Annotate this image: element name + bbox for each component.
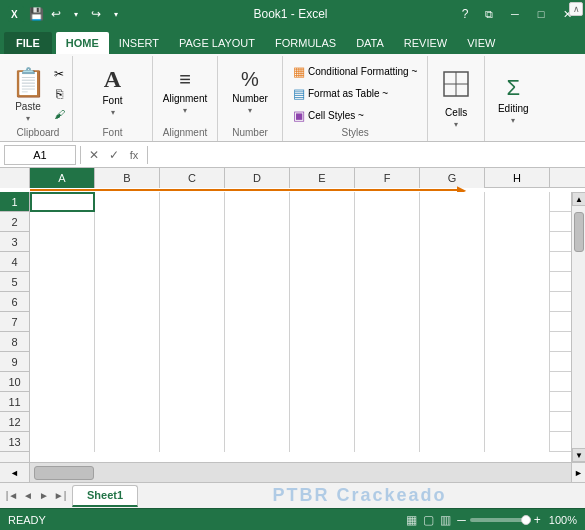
cell-g1[interactable] xyxy=(420,192,485,212)
cell-d5[interactable] xyxy=(225,272,290,292)
cell-h12[interactable] xyxy=(485,412,550,432)
cell-a13[interactable] xyxy=(30,432,95,452)
restore-button[interactable]: ⧉ xyxy=(479,4,499,24)
cell-a10[interactable] xyxy=(30,372,95,392)
cell-g4[interactable] xyxy=(420,252,485,272)
zoom-thumb[interactable] xyxy=(521,515,531,525)
sheet-nav-last[interactable]: ►| xyxy=(52,488,68,504)
cell-f1[interactable] xyxy=(355,192,420,212)
cell-d8[interactable] xyxy=(225,332,290,352)
cell-e7[interactable] xyxy=(290,312,355,332)
scroll-down-button[interactable]: ▼ xyxy=(572,448,585,462)
cell-g12[interactable] xyxy=(420,412,485,432)
cell-d11[interactable] xyxy=(225,392,290,412)
cell-f6[interactable] xyxy=(355,292,420,312)
cell-d9[interactable] xyxy=(225,352,290,372)
cell-b2[interactable] xyxy=(95,212,160,232)
number-dropdown[interactable]: ▾ xyxy=(248,106,252,115)
row-number-3[interactable]: 3 xyxy=(0,232,29,252)
cell-h8[interactable] xyxy=(485,332,550,352)
cells-button[interactable]: Cells ▾ xyxy=(434,70,478,130)
cell-f13[interactable] xyxy=(355,432,420,452)
cell-e12[interactable] xyxy=(290,412,355,432)
col-header-f[interactable]: F xyxy=(355,168,420,188)
row-number-5[interactable]: 5 xyxy=(0,272,29,292)
cell-e2[interactable] xyxy=(290,212,355,232)
cell-c7[interactable] xyxy=(160,312,225,332)
font-dropdown-arrow[interactable]: ▾ xyxy=(111,108,115,117)
tab-formulas[interactable]: FORMULAS xyxy=(265,32,346,54)
col-header-c[interactable]: C xyxy=(160,168,225,188)
row-number-7[interactable]: 7 xyxy=(0,312,29,332)
font-button[interactable]: A Font ▾ xyxy=(91,61,135,121)
cell-g5[interactable] xyxy=(420,272,485,292)
cell-f5[interactable] xyxy=(355,272,420,292)
cell-h6[interactable] xyxy=(485,292,550,312)
paste-button[interactable]: 📋 Paste ▾ xyxy=(8,64,48,124)
col-header-a[interactable]: A xyxy=(30,168,95,188)
cell-g7[interactable] xyxy=(420,312,485,332)
cell-b1[interactable] xyxy=(95,192,160,212)
sheet-nav-prev[interactable]: ◄ xyxy=(20,488,36,504)
page-break-icon[interactable]: ▥ xyxy=(440,513,451,527)
cell-d10[interactable] xyxy=(225,372,290,392)
cell-c9[interactable] xyxy=(160,352,225,372)
cell-c10[interactable] xyxy=(160,372,225,392)
cell-c4[interactable] xyxy=(160,252,225,272)
zoom-minus-button[interactable]: ─ xyxy=(457,513,466,527)
cell-b8[interactable] xyxy=(95,332,160,352)
scroll-up-button[interactable]: ▲ xyxy=(572,192,585,206)
cell-f2[interactable] xyxy=(355,212,420,232)
help-icon[interactable]: ? xyxy=(457,6,473,22)
format-painter-button[interactable]: 🖌 xyxy=(50,105,68,123)
undo-arrow[interactable]: ▾ xyxy=(68,6,84,22)
tab-page-layout[interactable]: PAGE LAYOUT xyxy=(169,32,265,54)
scroll-right-button[interactable]: ► xyxy=(571,463,585,482)
cell-a9[interactable] xyxy=(30,352,95,372)
sheet-nav-first[interactable]: |◄ xyxy=(4,488,20,504)
cell-f11[interactable] xyxy=(355,392,420,412)
cell-d4[interactable] xyxy=(225,252,290,272)
cell-e9[interactable] xyxy=(290,352,355,372)
cell-c1[interactable] xyxy=(160,192,225,212)
col-header-b[interactable]: B xyxy=(95,168,160,188)
cell-f8[interactable] xyxy=(355,332,420,352)
cell-g11[interactable] xyxy=(420,392,485,412)
cell-e5[interactable] xyxy=(290,272,355,292)
zoom-slider[interactable] xyxy=(470,518,530,522)
sheet-nav-next[interactable]: ► xyxy=(36,488,52,504)
cell-g13[interactable] xyxy=(420,432,485,452)
zoom-plus-button[interactable]: + xyxy=(534,513,541,527)
cell-b7[interactable] xyxy=(95,312,160,332)
maximize-button[interactable]: □ xyxy=(531,4,551,24)
cell-c3[interactable] xyxy=(160,232,225,252)
cell-e10[interactable] xyxy=(290,372,355,392)
cell-a1[interactable] xyxy=(30,192,95,212)
cell-h9[interactable] xyxy=(485,352,550,372)
sheet-tab-sheet1[interactable]: Sheet1 xyxy=(72,485,138,507)
tab-home[interactable]: HOME xyxy=(56,32,109,54)
cell-d13[interactable] xyxy=(225,432,290,452)
cell-h5[interactable] xyxy=(485,272,550,292)
normal-view-icon[interactable]: ▦ xyxy=(406,513,417,527)
cell-b9[interactable] xyxy=(95,352,160,372)
row-number-6[interactable]: 6 xyxy=(0,292,29,312)
row-number-4[interactable]: 4 xyxy=(0,252,29,272)
scroll-track[interactable] xyxy=(572,206,585,448)
row-number-12[interactable]: 12 xyxy=(0,412,29,432)
cell-g9[interactable] xyxy=(420,352,485,372)
h-scroll-track[interactable] xyxy=(30,463,571,482)
cell-c12[interactable] xyxy=(160,412,225,432)
cell-d1[interactable] xyxy=(225,192,290,212)
cell-b5[interactable] xyxy=(95,272,160,292)
enter-button[interactable]: ✓ xyxy=(105,146,123,164)
cell-h7[interactable] xyxy=(485,312,550,332)
cell-c11[interactable] xyxy=(160,392,225,412)
cell-f9[interactable] xyxy=(355,352,420,372)
scroll-left-button[interactable]: ◄ xyxy=(0,463,30,482)
cell-b6[interactable] xyxy=(95,292,160,312)
col-header-g[interactable]: G xyxy=(420,168,485,188)
cell-f7[interactable] xyxy=(355,312,420,332)
h-scroll-thumb[interactable] xyxy=(34,466,94,480)
tab-file[interactable]: FILE xyxy=(4,32,52,54)
